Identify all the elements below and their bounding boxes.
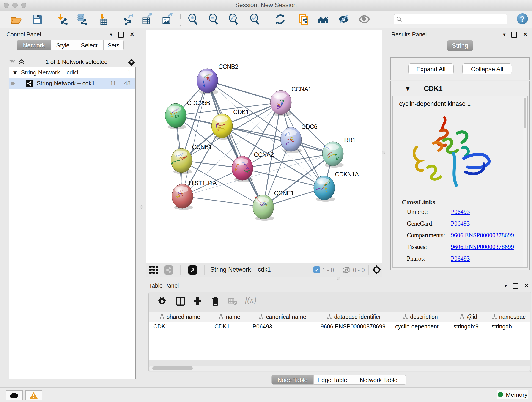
panel-menu-icon[interactable]: ▾ [110,32,112,37]
fit-content-icon[interactable] [227,13,239,25]
crosslink-link[interactable]: P06493 [451,255,470,262]
tab-select[interactable]: Select [75,40,104,51]
help-button[interactable]: ? [517,13,528,24]
grid-view-icon[interactable] [149,266,160,274]
column-header-name[interactable]: name [210,312,248,322]
network-edge[interactable] [207,81,263,207]
refresh-view-icon[interactable] [274,13,286,25]
column-header--id[interactable]: @id [449,312,487,322]
vertical-splitter-grip[interactable] [382,151,385,154]
column-header-shared-name[interactable]: shared name [149,312,210,322]
network-node-CCNB1[interactable]: CCNB1 [171,143,212,174]
table-cell[interactable]: CDK1 [210,322,248,331]
collapse-all-button[interactable]: Collapse All [462,64,512,75]
crosslink-link[interactable]: 9606.ENSP00000378699 [451,243,514,250]
table-settings-gear-icon[interactable] [157,296,167,306]
search-input[interactable] [402,16,501,23]
table-cell[interactable]: stringdb:9... [449,322,487,331]
birds-eye-view-icon[interactable] [372,265,382,275]
vertical-splitter-grip[interactable] [140,205,143,209]
tab-sets[interactable]: Sets [104,40,124,51]
tree-expand-icon[interactable]: ▼ [13,70,17,75]
show-eye-icon[interactable] [358,13,370,25]
table-row[interactable]: CDK1CDK1P064939606.ENSP00000378699cyclin… [149,322,530,331]
crosslink-link[interactable]: P06493 [451,208,470,216]
results-scrollbar-thumb[interactable] [524,98,526,128]
network-collection-row[interactable]: ▼ String Network – cdk1 1 [9,67,135,78]
horizontal-splitter-grip[interactable] [337,277,340,280]
column-header-description[interactable]: description [391,312,449,322]
network-edge[interactable] [242,168,324,188]
tab-network[interactable]: Network [17,40,51,51]
tab-network-table[interactable]: Network Table [351,375,406,385]
network-node-RB1[interactable]: RB1 [322,137,355,167]
table-cell[interactable]: 9606.ENSP00000378699 [317,322,391,331]
table-cell[interactable]: P06493 [248,322,317,331]
collapse-all-icon[interactable] [18,58,26,65]
network-graph-svg[interactable]: CCNB2CCNA1CDC25BCDK1CDC6RB1CCNB1CCNA2CDK… [146,30,382,263]
panel-menu-icon[interactable]: ▾ [503,32,505,37]
open-session-icon[interactable] [10,13,22,25]
network-node-CCNB2[interactable]: CCNB2 [197,63,238,95]
gene-header-row[interactable]: ▼ CDK1 [391,81,530,96]
memory-button[interactable]: Memory [497,390,528,400]
network-node-HIST1H1A[interactable]: HIST1H1A [172,180,217,210]
tab-string[interactable]: String [447,40,473,51]
column-header-namespace[interactable]: namespace [487,312,530,322]
maximize-window-button[interactable] [21,2,26,8]
import-table-from-file-icon[interactable] [98,13,109,25]
import-network-from-file-icon[interactable] [56,13,68,25]
table-horizontal-scrollbar[interactable] [149,366,530,371]
network-row-selected[interactable]: String Network – cdk1 11 48 [9,78,135,89]
selected-checkbox-icon[interactable] [313,266,320,273]
open-in-new-window-icon[interactable] [188,265,197,274]
panel-menu-icon[interactable]: ▾ [504,283,507,288]
table-cell[interactable]: cyclin-dependent ... [391,322,449,331]
show-column-panel-icon[interactable] [175,296,186,306]
zoom-out-icon[interactable] [207,13,219,25]
float-panel-icon[interactable] [511,32,517,38]
tab-style[interactable]: Style [51,40,75,51]
expand-all-button[interactable]: Expand All [408,64,454,75]
hide-selected-icon[interactable] [338,13,350,25]
export-network-icon[interactable] [122,13,134,25]
results-scrollbar[interactable] [523,97,527,267]
column-header-canonical-name[interactable]: canonical name [248,312,317,322]
toolbar-search[interactable] [394,14,507,24]
network-node-CCNA2[interactable]: CCNA2 [232,151,274,182]
create-column-plus-icon[interactable] [192,296,203,306]
gear-icon[interactable] [127,58,136,66]
table-cell[interactable]: stringdb [487,322,530,331]
float-panel-icon[interactable] [118,32,124,38]
node-table[interactable]: shared namenamecanonical namedatabase id… [149,312,530,360]
close-panel-icon[interactable]: ✕ [129,32,135,37]
float-panel-icon[interactable] [513,283,519,289]
network-edge[interactable] [182,81,207,196]
zoom-in-icon[interactable] [187,13,199,25]
show-all-networks-icon[interactable] [317,13,329,25]
delete-column-trash-icon[interactable] [210,296,221,306]
network-edge[interactable] [182,196,263,207]
network-node-CDKN1A[interactable]: CDKN1A [314,171,359,202]
import-network-from-database-icon[interactable] [76,13,88,25]
network-share-view-icon[interactable] [164,265,173,274]
network-edge[interactable] [207,81,281,102]
export-table-icon[interactable] [141,13,153,25]
tab-edge-table[interactable]: Edge Table [314,375,351,385]
cloud-button[interactable] [6,390,23,400]
network-node-CCNE1[interactable]: CCNE1 [253,190,294,221]
window-controls[interactable] [4,2,26,8]
column-header-database-identifier[interactable]: database identifier [317,312,391,322]
minimize-window-button[interactable] [12,2,18,8]
table-scrollbar-thumb[interactable] [152,366,193,370]
close-panel-icon[interactable]: ✕ [524,283,529,288]
network-view-canvas[interactable]: CCNB2CCNA1CDC25BCDK1CDC6RB1CCNB1CCNA2CDK… [146,30,382,263]
tab-node-table[interactable]: Node Table [272,375,314,385]
expand-all-icon[interactable] [9,58,17,65]
warnings-button[interactable] [25,390,42,400]
zoom-selected-icon[interactable] [249,13,260,25]
crosslink-link[interactable]: 9606.ENSP00000378699 [451,232,514,239]
export-image-icon[interactable] [161,13,173,25]
table-cell[interactable]: CDK1 [149,322,210,331]
collapse-section-icon[interactable]: ▼ [406,86,410,91]
